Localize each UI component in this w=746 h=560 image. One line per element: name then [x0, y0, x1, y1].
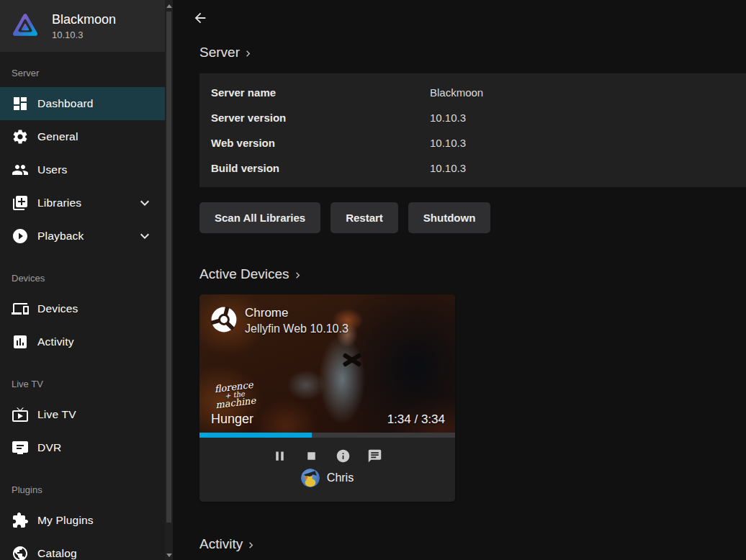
play-circle-icon — [12, 227, 29, 245]
nav-label: Activity — [37, 335, 74, 348]
table-row: Server version 10.10.3 — [199, 105, 746, 130]
nav-label: My Plugins — [37, 514, 94, 527]
sidebar-item-dvr[interactable]: DVR — [0, 431, 165, 464]
users-icon — [12, 161, 29, 179]
playback-progress-bar — [199, 433, 455, 438]
server-section-title[interactable]: Server — [199, 0, 746, 60]
nav-label: Live TV — [37, 408, 76, 421]
session-client-info: Chrome Jellyfin Web 10.10.3 — [210, 306, 349, 335]
scroll-up-icon[interactable] — [166, 4, 172, 8]
sidebar-titles: Blackmoon 10.10.3 — [52, 12, 116, 40]
scroll-down-icon[interactable] — [166, 554, 172, 557]
sidebar-section-server: Server — [0, 58, 165, 87]
activity-section-title[interactable]: Activity — [199, 536, 746, 552]
live-tv-icon — [12, 406, 29, 423]
bow-decoration — [342, 352, 362, 368]
sidebar: Blackmoon 10.10.3 Server Dashboard Gener… — [0, 0, 165, 560]
chevron-right-icon — [245, 539, 257, 551]
info-button[interactable] — [336, 448, 351, 464]
sidebar-item-libraries[interactable]: Libraries — [0, 186, 165, 220]
user-name: Chris — [327, 471, 354, 484]
artist-logo: florence + the machine — [213, 381, 256, 410]
activity-chart-icon — [12, 333, 29, 351]
sidebar-item-devices[interactable]: Devices — [0, 292, 165, 325]
dashboard-icon — [12, 95, 29, 112]
playback-progress-fill — [199, 433, 312, 438]
sidebar-item-live-tv[interactable]: Live TV — [0, 398, 165, 431]
sidebar-item-general[interactable]: General — [0, 120, 165, 153]
sidebar-item-my-plugins[interactable]: My Plugins — [0, 504, 165, 537]
nav-label: Playback — [37, 230, 84, 243]
info-label: Server name — [211, 86, 430, 99]
server-version-label: 10.10.3 — [52, 30, 116, 40]
server-info-table: Server name Blackmoon Server version 10.… — [199, 73, 746, 187]
info-value: 10.10.3 — [430, 112, 466, 124]
info-label: Server version — [211, 112, 430, 124]
library-add-icon — [12, 194, 29, 212]
scan-all-libraries-button[interactable]: Scan All Libraries — [199, 202, 320, 233]
sidebar-nav: Server Dashboard General Users — [0, 52, 165, 560]
activity-title-text: Activity — [199, 536, 243, 552]
message-button[interactable] — [367, 448, 382, 464]
playback-time: 1:34 / 3:34 — [387, 412, 445, 427]
dvr-icon — [12, 439, 29, 456]
now-playing-title: Hunger — [211, 412, 253, 427]
sidebar-header: Blackmoon 10.10.3 — [0, 0, 165, 52]
puzzle-icon — [12, 512, 29, 529]
sidebar-item-users[interactable]: Users — [0, 153, 165, 186]
album-art: Chrome Jellyfin Web 10.10.3 florence + t… — [199, 294, 455, 433]
shutdown-button[interactable]: Shutdown — [408, 202, 490, 233]
nav-label: Catalog — [37, 547, 77, 560]
client-name: Chrome — [245, 306, 349, 320]
server-name-title: Blackmoon — [52, 12, 116, 27]
info-label: Build version — [211, 162, 430, 174]
table-row: Server name Blackmoon — [199, 80, 746, 105]
scrollbar-thumb[interactable] — [166, 12, 171, 523]
nav-label: General — [37, 130, 78, 143]
session-user[interactable]: Chris — [199, 469, 455, 487]
user-avatar — [301, 469, 320, 487]
nav-label: Dashboard — [37, 97, 94, 110]
session-controls-footer: Chris — [199, 438, 455, 502]
sidebar-scrollbar[interactable] — [165, 0, 173, 560]
chevron-right-icon — [242, 48, 254, 60]
active-devices-section-title[interactable]: Active Devices — [199, 266, 746, 282]
active-devices-title-text: Active Devices — [199, 266, 289, 282]
chrome-icon — [210, 306, 238, 333]
stop-button[interactable] — [304, 448, 319, 464]
now-playing-row: Hunger 1:34 / 3:34 — [211, 412, 445, 427]
globe-icon — [12, 545, 29, 560]
pause-button[interactable] — [272, 448, 287, 464]
sidebar-section-plugins: Plugins — [0, 474, 165, 504]
active-device-card[interactable]: Chrome Jellyfin Web 10.10.3 florence + t… — [199, 294, 455, 502]
sidebar-section-livetv: Live TV — [0, 369, 165, 398]
app-window: Blackmoon 10.10.3 Server Dashboard Gener… — [0, 0, 746, 560]
restart-button[interactable]: Restart — [331, 202, 398, 233]
sidebar-item-dashboard[interactable]: Dashboard — [0, 87, 165, 120]
nav-label: Users — [37, 163, 67, 176]
info-value: 10.10.3 — [430, 137, 466, 149]
sidebar-item-catalog[interactable]: Catalog — [0, 537, 165, 560]
server-section-title-text: Server — [199, 45, 240, 60]
chevron-down-icon[interactable] — [136, 194, 153, 212]
jellyfin-logo-icon — [10, 11, 40, 41]
back-button[interactable] — [192, 10, 209, 27]
gear-icon — [12, 128, 29, 145]
server-actions: Scan All Libraries Restart Shutdown — [199, 202, 746, 233]
main-content: Server Server name Blackmoon Server vers… — [173, 0, 746, 560]
table-row: Build version 10.10.3 — [199, 155, 746, 181]
nav-label: Libraries — [37, 197, 81, 209]
sidebar-section-devices: Devices — [0, 263, 165, 292]
sidebar-item-playback[interactable]: Playback — [0, 220, 165, 253]
table-row: Web version 10.10.3 — [199, 130, 746, 155]
playback-controls — [199, 438, 455, 464]
info-label: Web version — [211, 137, 430, 149]
client-app-version: Jellyfin Web 10.10.3 — [245, 322, 349, 335]
devices-icon — [12, 300, 29, 317]
chevron-down-icon[interactable] — [136, 227, 153, 245]
chevron-right-icon — [292, 269, 304, 281]
info-value: 10.10.3 — [430, 162, 466, 174]
info-value: Blackmoon — [430, 86, 483, 99]
sidebar-item-activity[interactable]: Activity — [0, 325, 165, 358]
nav-label: Devices — [37, 302, 78, 315]
